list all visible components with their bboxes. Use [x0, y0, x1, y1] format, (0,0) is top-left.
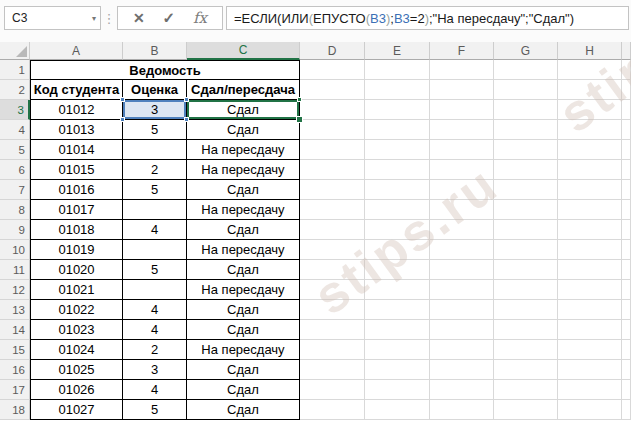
- cell-E5[interactable]: [365, 140, 430, 160]
- insert-function-icon[interactable]: fx: [193, 9, 207, 27]
- cell-E2[interactable]: [365, 80, 430, 100]
- cell-E4[interactable]: [365, 120, 430, 140]
- row-header-9[interactable]: 9: [0, 220, 30, 240]
- cell-C18[interactable]: Сдал: [187, 400, 300, 420]
- row-header-18[interactable]: 18: [0, 400, 30, 420]
- cell-G13[interactable]: [494, 300, 558, 320]
- cell-A10[interactable]: 01019: [30, 240, 123, 260]
- cell-H18[interactable]: [558, 400, 622, 420]
- column-header-F[interactable]: F: [430, 42, 494, 60]
- cell-partial-15[interactable]: [622, 340, 631, 360]
- cell-F9[interactable]: [430, 220, 494, 240]
- cell-G17[interactable]: [494, 380, 558, 400]
- fill-handle[interactable]: [296, 116, 303, 123]
- cell-A16[interactable]: 01025: [30, 360, 123, 380]
- reference-handle[interactable]: [120, 97, 125, 102]
- cell-E16[interactable]: [365, 360, 430, 380]
- row-header-16[interactable]: 16: [0, 360, 30, 380]
- cell-H14[interactable]: [558, 320, 622, 340]
- cell-H2[interactable]: [558, 80, 622, 100]
- cell-A15[interactable]: 01024: [30, 340, 123, 360]
- row-header-10[interactable]: 10: [0, 240, 30, 260]
- cell-C11[interactable]: Сдал: [187, 260, 300, 280]
- cell-A13[interactable]: 01022: [30, 300, 123, 320]
- cell-B4[interactable]: 5: [123, 120, 187, 140]
- cell-A8[interactable]: 01017: [30, 200, 123, 220]
- cell-partial-16[interactable]: [622, 360, 631, 380]
- cell-F6[interactable]: [430, 160, 494, 180]
- cell-B11[interactable]: 5: [123, 260, 187, 280]
- cell-D18[interactable]: [300, 400, 365, 420]
- cell-E13[interactable]: [365, 300, 430, 320]
- enter-icon[interactable]: ✓: [163, 9, 176, 27]
- cell-partial-13[interactable]: [622, 300, 631, 320]
- cell-E14[interactable]: [365, 320, 430, 340]
- cell-G6[interactable]: [494, 160, 558, 180]
- cell-D4[interactable]: [300, 120, 365, 140]
- cell-G1[interactable]: [494, 60, 558, 80]
- cell-E15[interactable]: [365, 340, 430, 360]
- column-header-A[interactable]: A: [30, 42, 123, 60]
- cell-C2[interactable]: Сдал/пересдача: [187, 80, 300, 100]
- row-header-15[interactable]: 15: [0, 340, 30, 360]
- cell-D16[interactable]: [300, 360, 365, 380]
- cell-B18[interactable]: 5: [123, 400, 187, 420]
- cell-E18[interactable]: [365, 400, 430, 420]
- column-header-E[interactable]: E: [365, 42, 430, 60]
- cell-D5[interactable]: [300, 140, 365, 160]
- cell-H11[interactable]: [558, 260, 622, 280]
- cell-B14[interactable]: 4: [123, 320, 187, 340]
- cell-G5[interactable]: [494, 140, 558, 160]
- select-all-corner[interactable]: [0, 42, 30, 60]
- cell-B17[interactable]: 4: [123, 380, 187, 400]
- cell-G9[interactable]: [494, 220, 558, 240]
- cell-E11[interactable]: [365, 260, 430, 280]
- cell-partial-18[interactable]: [622, 400, 631, 420]
- cell-F12[interactable]: [430, 280, 494, 300]
- cell-C14[interactable]: Сдал: [187, 320, 300, 340]
- cell-H10[interactable]: [558, 240, 622, 260]
- row-header-17[interactable]: 17: [0, 380, 30, 400]
- row-header-13[interactable]: 13: [0, 300, 30, 320]
- cell-A4[interactable]: 01013: [30, 120, 123, 140]
- cell-partial-4[interactable]: [622, 120, 631, 140]
- cell-C13[interactable]: Сдал: [187, 300, 300, 320]
- cell-B16[interactable]: 3: [123, 360, 187, 380]
- cell-C16[interactable]: Сдал: [187, 360, 300, 380]
- cell-A1[interactable]: Ведомость: [30, 60, 300, 80]
- cell-D10[interactable]: [300, 240, 365, 260]
- cell-D1[interactable]: [300, 60, 365, 80]
- cell-C6[interactable]: На пересдачу: [187, 160, 300, 180]
- cell-partial-7[interactable]: [622, 180, 631, 200]
- cell-G16[interactable]: [494, 360, 558, 380]
- column-header-partial[interactable]: [622, 42, 631, 60]
- cell-D6[interactable]: [300, 160, 365, 180]
- column-header-C[interactable]: C: [187, 42, 300, 60]
- cell-F5[interactable]: [430, 140, 494, 160]
- cell-F11[interactable]: [430, 260, 494, 280]
- cell-A12[interactable]: 01021: [30, 280, 123, 300]
- cell-E7[interactable]: [365, 180, 430, 200]
- cell-B2[interactable]: Оценка: [123, 80, 187, 100]
- cell-A17[interactable]: 01026: [30, 380, 123, 400]
- column-header-H[interactable]: H: [558, 42, 622, 60]
- cell-A11[interactable]: 01020: [30, 260, 123, 280]
- cell-G11[interactable]: [494, 260, 558, 280]
- cancel-icon[interactable]: ✕: [133, 10, 145, 26]
- row-header-1[interactable]: 1: [0, 60, 30, 80]
- cell-F18[interactable]: [430, 400, 494, 420]
- cell-A2[interactable]: Код студента: [30, 80, 123, 100]
- cell-D2[interactable]: [300, 80, 365, 100]
- cell-E12[interactable]: [365, 280, 430, 300]
- row-header-2[interactable]: 2: [0, 80, 30, 100]
- cell-C7[interactable]: Сдал: [187, 180, 300, 200]
- cell-D9[interactable]: [300, 220, 365, 240]
- cell-B7[interactable]: 5: [123, 180, 187, 200]
- cell-partial-1[interactable]: [622, 60, 631, 80]
- cell-H15[interactable]: [558, 340, 622, 360]
- row-header-11[interactable]: 11: [0, 260, 30, 280]
- cell-B12[interactable]: [123, 280, 187, 300]
- cell-F1[interactable]: [430, 60, 494, 80]
- row-header-4[interactable]: 4: [0, 120, 30, 140]
- cell-H16[interactable]: [558, 360, 622, 380]
